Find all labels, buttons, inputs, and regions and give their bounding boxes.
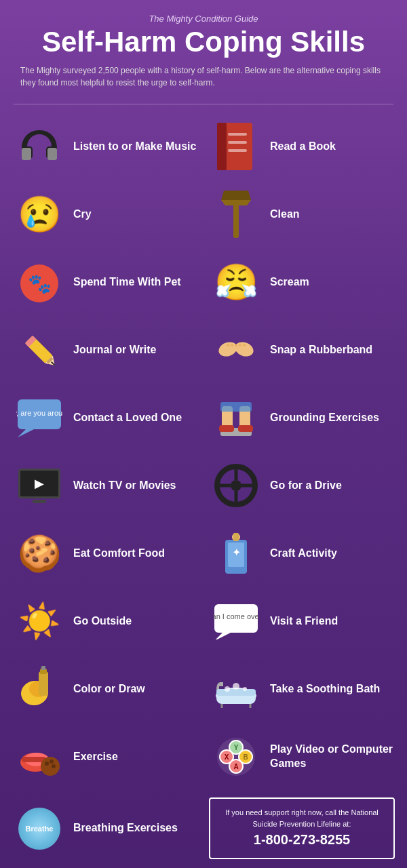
svg-rect-45 <box>39 671 48 696</box>
breathe-circle: Breathe <box>18 808 60 850</box>
list-item: Take a Soothing Bath <box>204 655 400 723</box>
svg-rect-3 <box>217 123 227 170</box>
svg-rect-6 <box>228 149 247 152</box>
svg-marker-21 <box>18 429 34 437</box>
svg-text:✦: ✦ <box>232 547 241 558</box>
exercise-icon <box>12 730 66 784</box>
headphones-icon <box>12 119 66 174</box>
hotline-number: 1-800-273-8255 <box>254 832 350 847</box>
tv-icon <box>12 458 66 513</box>
svg-point-62 <box>45 762 49 766</box>
description: The Mighty surveyed 2,500 people with a … <box>20 64 387 89</box>
list-item: Snap a Rubberband <box>204 316 400 384</box>
svg-marker-41 <box>214 633 231 639</box>
read-book-label: Read a Book <box>270 140 336 154</box>
pet-icon: 🐾 <box>12 255 66 309</box>
craft-label: Craft Activity <box>270 547 337 561</box>
scream-label: Scream <box>270 275 309 290</box>
tub-icon <box>209 662 263 716</box>
skills-grid: Listen to or Make Music Read a Book 😢 Cr… <box>0 113 407 866</box>
svg-rect-4 <box>228 133 247 136</box>
contact-label: Contact a Loved One <box>73 411 182 425</box>
tv-label: Watch TV or Movies <box>73 479 176 493</box>
grounding-label: Grounding Exercises <box>270 411 379 425</box>
pencil-icon <box>12 323 66 377</box>
cookie-icon: 🍪 <box>12 526 66 580</box>
svg-rect-7 <box>233 200 239 238</box>
svg-marker-8 <box>221 191 251 200</box>
scream-icon: 😤 <box>209 255 263 309</box>
tv-stand <box>33 500 46 503</box>
svg-rect-50 <box>216 689 256 696</box>
svg-rect-1 <box>47 148 57 160</box>
breathe-icon: Breathe <box>12 802 66 856</box>
svg-rect-2 <box>222 123 252 170</box>
snap-label: Snap a Rubberband <box>270 343 372 357</box>
list-item: Color or Draw <box>7 655 204 723</box>
book-svg <box>217 123 255 170</box>
paint-icon <box>12 662 66 716</box>
svg-point-52 <box>233 683 239 690</box>
svg-marker-9 <box>221 200 251 205</box>
craft-icon: ✦ <box>209 526 263 580</box>
guide-label: The Mighty Condition Guide <box>20 14 387 24</box>
sun-emoji: ☀️ <box>18 604 60 638</box>
hotline-text: If you need support right now, call the … <box>225 808 379 828</box>
pencil-svg <box>19 330 60 370</box>
list-item: Watch TV or Movies <box>7 452 204 519</box>
snap-svg <box>214 330 258 370</box>
svg-point-18 <box>233 340 255 359</box>
list-item: Can I come over? Visit a Friend <box>204 587 400 655</box>
svg-rect-28 <box>220 402 252 412</box>
svg-point-63 <box>50 760 54 764</box>
gamepad-icon: Y B X A <box>209 730 263 784</box>
journal-label: Journal or Write <box>73 343 156 357</box>
tub-svg <box>214 670 258 708</box>
cry-emoji: 😢 <box>18 197 62 232</box>
svg-text:A: A <box>233 763 238 770</box>
outside-label: Go Outside <box>73 614 132 629</box>
scream-emoji: 😤 <box>214 264 258 300</box>
list-item: Go for a Drive <box>204 452 400 519</box>
list-item: Read a Book <box>204 113 400 180</box>
svg-text:B: B <box>243 753 248 761</box>
svg-rect-27 <box>238 425 253 432</box>
list-item: Breathe Breathing Exercises <box>7 791 204 866</box>
svg-rect-5 <box>228 141 247 144</box>
friend-label: Visit a Friend <box>270 614 338 629</box>
bath-label: Take a Soothing Bath <box>270 682 380 696</box>
list-item: Journal or Write <box>7 316 204 384</box>
svg-text:X: X <box>225 753 229 761</box>
list-item: 😢 Cry <box>7 180 204 248</box>
page-container: The Mighty Condition Guide Self-Harm Cop… <box>0 0 407 868</box>
games-label: Play Video or Computer Games <box>270 743 395 771</box>
listen-music-label: Listen to or Make Music <box>73 140 196 154</box>
chat-icon: Hey, are you around? <box>12 391 66 445</box>
friend-chat-svg: Can I come over? <box>213 603 259 639</box>
svg-point-64 <box>52 764 56 768</box>
chat-svg: Hey, are you around? <box>16 398 62 437</box>
sun-icon: ☀️ <box>12 594 66 648</box>
svg-text:Y: Y <box>234 744 239 751</box>
tv-screen <box>18 469 60 498</box>
gamepad-svg: Y B X A <box>214 735 258 778</box>
divider <box>14 104 393 104</box>
broom-svg <box>221 191 251 238</box>
grounding-svg <box>215 395 257 440</box>
pet-label: Spend Time With Pet <box>73 275 181 290</box>
svg-text:🐾: 🐾 <box>28 273 52 295</box>
list-item: ☀️ Go Outside <box>7 587 204 655</box>
svg-point-61 <box>41 757 60 776</box>
hotline-box: If you need support right now, call the … <box>209 797 395 859</box>
pet-svg: 🐾 <box>18 262 61 302</box>
hotline-item: If you need support right now, call the … <box>204 791 400 866</box>
list-item: Exercise <box>7 723 204 791</box>
svg-point-51 <box>225 686 230 692</box>
svg-point-30 <box>231 480 241 491</box>
svg-rect-38 <box>233 533 239 541</box>
cry-icon: 😢 <box>12 187 66 241</box>
cry-label: Cry <box>73 208 92 222</box>
steering-svg <box>214 464 258 507</box>
list-item: ✦ Craft Activity <box>204 519 400 587</box>
svg-point-53 <box>243 687 247 691</box>
